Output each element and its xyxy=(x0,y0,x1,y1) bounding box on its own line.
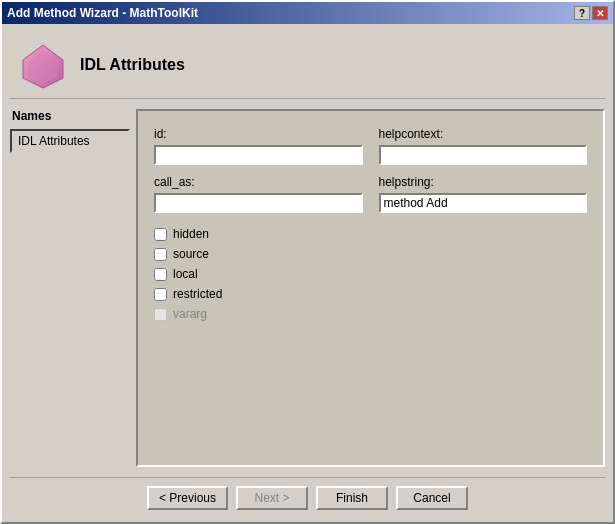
hidden-label: hidden xyxy=(173,227,209,241)
local-label: local xyxy=(173,267,198,281)
help-button[interactable]: ? xyxy=(574,6,590,20)
form-group-call-as: call_as: xyxy=(154,175,363,213)
header-area: IDL Attributes xyxy=(10,32,605,99)
form-group-helpstring: helpstring: xyxy=(379,175,588,213)
helpstring-label: helpstring: xyxy=(379,175,588,189)
form-row-1: id: helpcontext: xyxy=(154,127,587,165)
window-body: IDL Attributes Names IDL Attributes id: … xyxy=(2,24,613,522)
window-title: Add Method Wizard - MathToolKit xyxy=(7,6,198,20)
footer: < Previous Next > Finish Cancel xyxy=(10,477,605,514)
previous-button[interactable]: < Previous xyxy=(147,486,228,510)
helpcontext-input[interactable] xyxy=(379,145,588,165)
source-label: source xyxy=(173,247,209,261)
next-button[interactable]: Next > xyxy=(236,486,308,510)
restricted-checkbox[interactable] xyxy=(154,288,167,301)
call-as-label: call_as: xyxy=(154,175,363,189)
checkbox-row-hidden: hidden xyxy=(154,227,587,241)
content-area: Names IDL Attributes id: helpcontext: xyxy=(10,109,605,467)
checkbox-row-source: source xyxy=(154,247,587,261)
close-button[interactable]: ✕ xyxy=(592,6,608,20)
main-window: Add Method Wizard - MathToolKit ? ✕ IDL … xyxy=(0,0,615,524)
cancel-button[interactable]: Cancel xyxy=(396,486,468,510)
restricted-label: restricted xyxy=(173,287,222,301)
page-title: IDL Attributes xyxy=(80,56,185,74)
form-group-helpcontext: helpcontext: xyxy=(379,127,588,165)
title-bar-buttons: ? ✕ xyxy=(574,6,608,20)
title-bar: Add Method Wizard - MathToolKit ? ✕ xyxy=(2,2,613,24)
logo-icon xyxy=(18,40,68,90)
vararg-checkbox xyxy=(154,308,167,321)
call-as-input[interactable] xyxy=(154,193,363,213)
main-panel: id: helpcontext: call_as: helpstring: xyxy=(136,109,605,467)
local-checkbox[interactable] xyxy=(154,268,167,281)
hidden-checkbox[interactable] xyxy=(154,228,167,241)
vararg-label: vararg xyxy=(173,307,207,321)
helpstring-input[interactable] xyxy=(379,193,588,213)
checkbox-row-restricted: restricted xyxy=(154,287,587,301)
helpcontext-label: helpcontext: xyxy=(379,127,588,141)
sidebar-label: Names xyxy=(10,109,130,123)
finish-button[interactable]: Finish xyxy=(316,486,388,510)
id-label: id: xyxy=(154,127,363,141)
id-input[interactable] xyxy=(154,145,363,165)
form-group-id: id: xyxy=(154,127,363,165)
sidebar: Names IDL Attributes xyxy=(10,109,130,467)
checkboxes-area: hidden source local restricted xyxy=(154,227,587,321)
form-row-2: call_as: helpstring: xyxy=(154,175,587,213)
source-checkbox[interactable] xyxy=(154,248,167,261)
checkbox-row-local: local xyxy=(154,267,587,281)
checkbox-row-vararg: vararg xyxy=(154,307,587,321)
sidebar-item-idl-attributes[interactable]: IDL Attributes xyxy=(10,129,130,153)
